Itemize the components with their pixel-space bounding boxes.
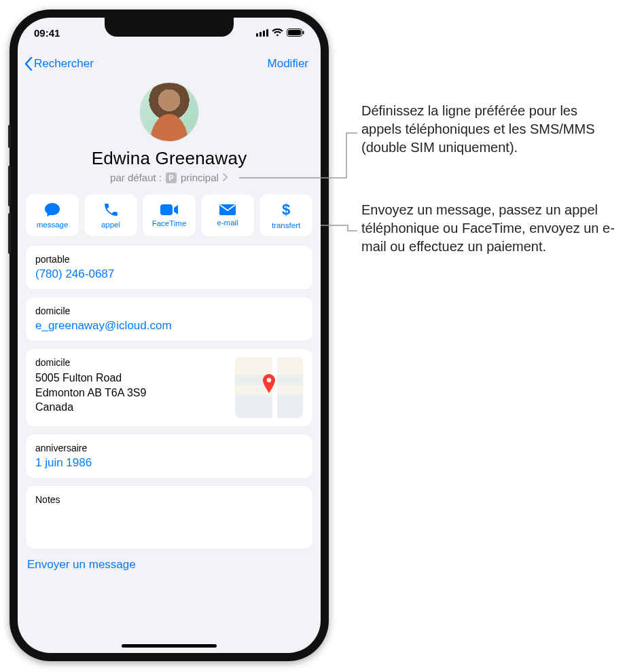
facetime-label: FaceTime [152, 219, 187, 227]
email-label: domicile [35, 305, 303, 316]
wifi-icon [272, 29, 283, 37]
svg-point-6 [267, 378, 271, 382]
email-value: e_greenaway@icloud.com [35, 319, 303, 333]
svg-text:$: $ [282, 201, 290, 218]
back-label: Rechercher [34, 57, 94, 71]
chevron-right-icon [223, 172, 228, 183]
address-line1: 5005 Fulton Road [35, 371, 146, 386]
action-row: message appel FaceTime e-mail [18, 190, 321, 246]
volume-down-button [8, 213, 11, 254]
video-icon [160, 203, 179, 217]
mail-label: e-mail [217, 219, 238, 227]
phone-card[interactable]: portable (780) 246-0687 [26, 246, 312, 289]
pay-label: transfert [272, 221, 300, 229]
dollar-icon: $ [281, 201, 291, 219]
svg-rect-1 [288, 30, 301, 35]
phone-icon [103, 202, 119, 218]
address-line2: Edmonton AB T6A 3S9 [35, 386, 146, 400]
map-thumbnail[interactable] [235, 357, 303, 418]
phone-frame: 09:41 Rechercher [10, 10, 329, 661]
message-button[interactable]: message [26, 194, 79, 236]
home-indicator[interactable] [122, 644, 217, 648]
phone-label: portable [35, 254, 303, 265]
birthday-card[interactable]: anniversaire 1 juin 1986 [26, 434, 312, 478]
phone-value: (780) 246-0687 [35, 267, 303, 281]
default-line-value: principal [181, 172, 219, 183]
call-label: appel [101, 221, 120, 229]
chevron-left-icon [24, 57, 33, 71]
side-button [8, 125, 11, 148]
sim-badge-icon: P [166, 172, 177, 183]
notch [105, 18, 234, 37]
battery-icon [287, 29, 304, 37]
contact-name: Edwina Greenaway [18, 148, 321, 169]
message-label: message [37, 221, 69, 229]
message-icon [43, 202, 61, 218]
default-line-label: par défaut : [110, 172, 162, 183]
call-button[interactable]: appel [84, 194, 137, 236]
mail-button[interactable]: e-mail [201, 194, 254, 236]
cellular-icon [256, 29, 268, 37]
nav-bar: Rechercher Modifier [18, 48, 321, 80]
address-line3: Canada [35, 400, 146, 415]
pay-button[interactable]: $ transfert [259, 194, 312, 236]
volume-up-button [8, 166, 11, 206]
svg-rect-3 [160, 204, 173, 215]
contact-header: Edwina Greenaway par défaut : P principa… [18, 80, 321, 190]
map-pin-icon [262, 374, 276, 397]
svg-rect-2 [303, 31, 304, 35]
facetime-button[interactable]: FaceTime [143, 194, 196, 236]
address-label: domicile [35, 357, 146, 368]
birthday-label: anniversaire [35, 443, 303, 453]
mail-icon [219, 204, 236, 216]
status-time: 09:41 [34, 27, 60, 39]
notes-card[interactable]: Notes [26, 486, 312, 548]
callout-actions: Envoyez un message, passez un appel télé… [361, 201, 620, 256]
send-message-link[interactable]: Envoyer un message [18, 548, 321, 572]
edit-button[interactable]: Modifier [268, 57, 314, 71]
callout-preferred-line: Définissez la ligne préférée pour les ap… [361, 102, 620, 157]
email-card[interactable]: domicile e_greenaway@icloud.com [26, 297, 312, 341]
back-button[interactable]: Rechercher [24, 57, 94, 71]
birthday-value: 1 juin 1986 [35, 456, 303, 470]
notes-label: Notes [35, 494, 303, 505]
screen: 09:41 Rechercher [18, 18, 321, 653]
default-line-selector[interactable]: par défaut : P principal [18, 172, 321, 183]
address-card[interactable]: domicile 5005 Fulton Road Edmonton AB T6… [26, 349, 312, 426]
avatar[interactable] [140, 83, 198, 141]
